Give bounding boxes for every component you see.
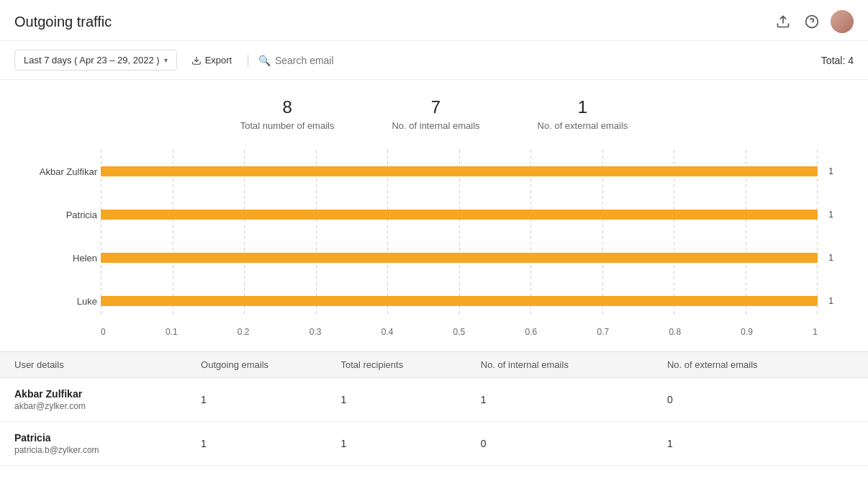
stat-item: 8 Total number of emails — [240, 97, 335, 131]
internal-emails-cell: 1 — [481, 394, 667, 405]
chart-row-label: Patricia — [11, 210, 97, 220]
bar — [101, 253, 818, 263]
x-axis-label: 0.9 — [741, 327, 753, 337]
bar-value: 1 — [828, 253, 833, 263]
user-email: akbar@zylker.com — [14, 401, 201, 411]
toolbar-separator: | — [246, 53, 250, 68]
header-actions — [773, 10, 854, 33]
bar-container: 1 — [101, 253, 818, 263]
bar-value: 1 — [828, 296, 833, 306]
table-container: User detailsOutgoing emailsTotal recipie… — [0, 351, 868, 466]
outgoing-emails-cell: 1 — [201, 394, 340, 405]
external-emails-cell: 1 — [667, 438, 854, 449]
export-label: Export — [205, 55, 232, 66]
chart-row: Luke 1 — [101, 279, 818, 323]
table-header-cell: Total recipients — [340, 359, 480, 370]
chevron-down-icon: ▾ — [164, 56, 168, 64]
page-title: Outgoing traffic — [14, 14, 112, 30]
total-count: Total: 4 — [821, 55, 854, 66]
stat-number: 7 — [392, 97, 479, 117]
date-filter-label: Last 7 days ( Apr 23 – 29, 2022 ) — [24, 55, 160, 66]
x-axis-label: 0.1 — [166, 327, 178, 337]
bar — [101, 210, 818, 220]
avatar[interactable] — [831, 10, 854, 33]
bar-value: 1 — [828, 166, 833, 176]
table-header-cell: No. of external emails — [667, 359, 854, 370]
search-container: 🔍 — [258, 55, 474, 66]
toolbar: Last 7 days ( Apr 23 – 29, 2022 ) ▾ Expo… — [0, 41, 868, 80]
stats-row: 8 Total number of emails 7 No. of intern… — [0, 80, 868, 143]
stat-number: 1 — [538, 97, 628, 117]
stat-item: 1 No. of external emails — [538, 97, 628, 131]
x-axis-label: 1 — [813, 327, 818, 337]
stat-label: Total number of emails — [240, 120, 335, 131]
upload-icon[interactable] — [773, 12, 793, 32]
stat-item: 7 No. of internal emails — [392, 97, 479, 131]
x-axis-label: 0.3 — [309, 327, 322, 337]
table-header-cell: Outgoing emails — [201, 359, 340, 370]
external-emails-cell: 0 — [667, 394, 854, 405]
x-axis-label: 0.4 — [381, 327, 394, 337]
chart-rows: Akbar Zulfikar 1 Patricia 1 Helen 1 Luke… — [101, 150, 818, 323]
x-axis-label: 0.5 — [453, 327, 466, 337]
user-name: Akbar Zulfikar — [14, 388, 201, 400]
chart-row-label: Helen — [11, 253, 97, 264]
table-row: Patricia patricia.b@zylker.com 1 1 0 1 — [0, 422, 868, 466]
user-info: Patricia patricia.b@zylker.com — [14, 432, 201, 455]
search-icon: 🔍 — [258, 55, 271, 66]
search-input[interactable] — [275, 55, 474, 66]
x-axis-label: 0 — [101, 327, 106, 337]
x-axis-label: 0.8 — [669, 327, 681, 337]
internal-emails-cell: 0 — [481, 438, 667, 449]
bar-value: 1 — [828, 210, 833, 220]
bar-container: 1 — [101, 296, 818, 306]
outgoing-emails-cell: 1 — [201, 438, 340, 449]
stat-label: No. of external emails — [538, 120, 628, 131]
table-body: Akbar Zulfikar akbar@zylker.com 1 1 1 0 … — [0, 378, 868, 466]
bar — [101, 296, 818, 306]
chart-row: Patricia 1 — [101, 193, 818, 236]
date-filter-button[interactable]: Last 7 days ( Apr 23 – 29, 2022 ) ▾ — [14, 50, 177, 71]
x-axis-label: 0.7 — [597, 327, 609, 337]
bar-container: 1 — [101, 166, 818, 176]
total-recipients-cell: 1 — [340, 394, 480, 405]
user-email: patricia.b@zylker.com — [14, 445, 201, 455]
chart-area: Akbar Zulfikar 1 Patricia 1 Helen 1 Luke… — [0, 143, 868, 344]
chart-row-label: Akbar Zulfikar — [11, 166, 97, 177]
stat-number: 8 — [240, 97, 335, 117]
chart-inner: Akbar Zulfikar 1 Patricia 1 Helen 1 Luke… — [101, 150, 818, 337]
user-name: Patricia — [14, 432, 201, 444]
bar-container: 1 — [101, 210, 818, 220]
bar — [101, 166, 818, 176]
help-icon[interactable] — [802, 12, 822, 32]
total-recipients-cell: 1 — [340, 438, 480, 449]
chart-row: Akbar Zulfikar 1 — [101, 150, 818, 193]
page-header: Outgoing traffic — [0, 0, 868, 41]
table-row: Akbar Zulfikar akbar@zylker.com 1 1 1 0 — [0, 378, 868, 422]
table-header: User detailsOutgoing emailsTotal recipie… — [0, 352, 868, 378]
x-axis: 00.10.20.30.40.50.60.70.80.91 — [101, 323, 818, 337]
table-header-cell: User details — [14, 359, 201, 370]
user-info: Akbar Zulfikar akbar@zylker.com — [14, 388, 201, 411]
stat-label: No. of internal emails — [392, 120, 479, 131]
chart-row-label: Luke — [11, 296, 97, 307]
chart-row: Helen 1 — [101, 236, 818, 279]
x-axis-label: 0.6 — [525, 327, 538, 337]
table-header-cell: No. of internal emails — [481, 359, 667, 370]
x-axis-label: 0.2 — [238, 327, 250, 337]
export-button[interactable]: Export — [186, 50, 238, 70]
